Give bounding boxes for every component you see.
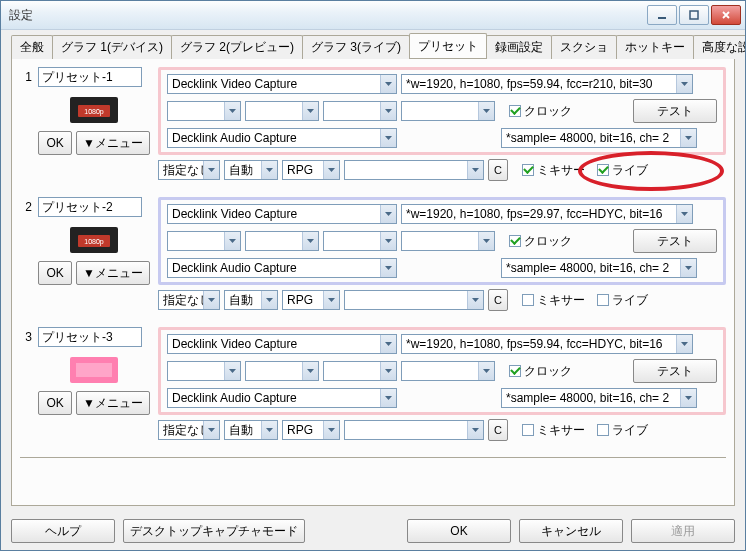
preset-name-input[interactable] [38, 67, 142, 87]
live-checkbox[interactable]: ライブ [597, 292, 648, 309]
opt1-combo[interactable]: 指定なし [158, 160, 220, 180]
tab-7[interactable]: ホットキー [616, 35, 694, 59]
dropdown-arrow-icon [224, 232, 240, 250]
tab-1[interactable]: グラフ 1(デバイス) [52, 35, 172, 59]
dropdown-arrow-icon [380, 129, 396, 147]
video-device-combo[interactable]: Decklink Video Capture [167, 204, 397, 224]
video-sub4-combo[interactable] [401, 231, 495, 251]
window-title: 設定 [9, 7, 33, 24]
dropdown-arrow-icon [478, 232, 494, 250]
tab-3[interactable]: グラフ 3(ライブ) [302, 35, 410, 59]
tab-6[interactable]: スクショ [551, 35, 617, 59]
video-sub3-combo[interactable] [323, 101, 397, 121]
video-sub4-combo[interactable] [401, 101, 495, 121]
video-device-combo[interactable]: Decklink Video Capture [167, 334, 397, 354]
video-format-combo[interactable]: *w=1920, h=1080, fps=29.97, fcc=HDYC, bi… [401, 204, 693, 224]
c-button[interactable]: C [488, 289, 508, 311]
desktop-capture-mode-button[interactable]: デスクトップキャプチャモード [123, 519, 305, 543]
video-format-combo[interactable]: *w=1920, h=1080, fps=59.94, fcc=r210, bi… [401, 74, 693, 94]
close-button[interactable] [711, 5, 741, 25]
dropdown-arrow-icon [224, 102, 240, 120]
tab-4[interactable]: プリセット [409, 33, 487, 58]
test-button[interactable]: テスト [633, 359, 717, 383]
clock-checkbox[interactable]: クロック [509, 233, 572, 250]
clock-checkbox[interactable]: クロック [509, 103, 572, 120]
options-row: 指定なし自動RPGCミキサーライブ [158, 159, 726, 181]
preset-menu-button[interactable]: ▼メニュー [76, 261, 150, 285]
tab-content-presets: 11080pOK▼メニューDecklink Video Capture*w=19… [11, 59, 735, 506]
opt4-combo[interactable] [344, 420, 484, 440]
video-sub3-combo[interactable] [323, 231, 397, 251]
tab-0[interactable]: 全般 [11, 35, 53, 59]
dropdown-arrow-icon [323, 291, 339, 309]
preset-ok-button[interactable]: OK [38, 131, 72, 155]
video-sub2-combo[interactable] [245, 101, 319, 121]
preset-3: 3OK▼メニューDecklink Video Capture*w=1920, h… [20, 327, 726, 441]
audio-device-combo[interactable]: Decklink Audio Capture [167, 388, 397, 408]
video-sub2-combo[interactable] [245, 231, 319, 251]
live-checkbox[interactable]: ライブ [597, 422, 648, 439]
audio-device-combo[interactable]: Decklink Audio Capture [167, 128, 397, 148]
test-button[interactable]: テスト [633, 229, 717, 253]
c-button[interactable]: C [488, 419, 508, 441]
opt1-combo[interactable]: 指定なし [158, 290, 220, 310]
opt4-combo[interactable] [344, 160, 484, 180]
dialog-cancel-button[interactable]: キャンセル [519, 519, 623, 543]
audio-format-combo[interactable]: *sample= 48000, bit=16, ch= 2 [501, 128, 697, 148]
dropdown-arrow-icon [676, 75, 692, 93]
video-device-combo[interactable]: Decklink Video Capture [167, 74, 397, 94]
svg-text:1080p: 1080p [84, 238, 104, 246]
audio-format-combo[interactable]: *sample= 48000, bit=16, ch= 2 [501, 258, 697, 278]
preset-thumbnail: 1080p [70, 97, 118, 123]
video-sub1-combo[interactable] [167, 361, 241, 381]
opt4-combo[interactable] [344, 290, 484, 310]
video-sub4-combo[interactable] [401, 361, 495, 381]
opt3-combo[interactable]: RPG [282, 420, 340, 440]
dropdown-arrow-icon [380, 335, 396, 353]
c-button[interactable]: C [488, 159, 508, 181]
opt2-combo[interactable]: 自動 [224, 290, 278, 310]
maximize-button[interactable] [679, 5, 709, 25]
mixer-checkbox[interactable]: ミキサー [522, 162, 585, 179]
dropdown-arrow-icon [680, 259, 696, 277]
video-format-combo[interactable]: *w=1920, h=1080, fps=59.94, fcc=HDYC, bi… [401, 334, 693, 354]
audio-device-combo[interactable]: Decklink Audio Capture [167, 258, 397, 278]
preset-thumbnail: 1080p [70, 227, 118, 253]
video-sub2-combo[interactable] [245, 361, 319, 381]
video-sub1-combo[interactable] [167, 101, 241, 121]
dropdown-arrow-icon [380, 389, 396, 407]
live-checkbox[interactable]: ライブ [597, 162, 648, 179]
dropdown-arrow-icon [676, 335, 692, 353]
video-sub1-combo[interactable] [167, 231, 241, 251]
opt2-combo[interactable]: 自動 [224, 420, 278, 440]
video-sub3-combo[interactable] [323, 361, 397, 381]
clock-checkbox[interactable]: クロック [509, 363, 572, 380]
test-button[interactable]: テスト [633, 99, 717, 123]
opt3-combo[interactable]: RPG [282, 160, 340, 180]
dropdown-arrow-icon [467, 421, 483, 439]
dropdown-arrow-icon [323, 161, 339, 179]
dropdown-arrow-icon [478, 102, 494, 120]
opt1-combo[interactable]: 指定なし [158, 420, 220, 440]
opt3-combo[interactable]: RPG [282, 290, 340, 310]
mixer-checkbox[interactable]: ミキサー [522, 292, 585, 309]
preset-name-input[interactable] [38, 197, 142, 217]
tab-8[interactable]: 高度な設定 [693, 35, 745, 59]
options-row: 指定なし自動RPGCミキサーライブ [158, 419, 726, 441]
mixer-checkbox[interactable]: ミキサー [522, 422, 585, 439]
preset-menu-button[interactable]: ▼メニュー [76, 131, 150, 155]
dropdown-arrow-icon [302, 102, 318, 120]
opt2-combo[interactable]: 自動 [224, 160, 278, 180]
dialog-footer: ヘルプ デスクトップキャプチャモード OK キャンセル 適用 [1, 512, 745, 550]
preset-ok-button[interactable]: OK [38, 391, 72, 415]
help-button[interactable]: ヘルプ [11, 519, 115, 543]
tab-2[interactable]: グラフ 2(プレビュー) [171, 35, 303, 59]
audio-format-combo[interactable]: *sample= 48000, bit=16, ch= 2 [501, 388, 697, 408]
preset-ok-button[interactable]: OK [38, 261, 72, 285]
minimize-button[interactable] [647, 5, 677, 25]
preset-name-input[interactable] [38, 327, 142, 347]
dialog-ok-button[interactable]: OK [407, 519, 511, 543]
preset-menu-button[interactable]: ▼メニュー [76, 391, 150, 415]
svg-text:1080p: 1080p [84, 108, 104, 116]
tab-5[interactable]: 録画設定 [486, 35, 552, 59]
